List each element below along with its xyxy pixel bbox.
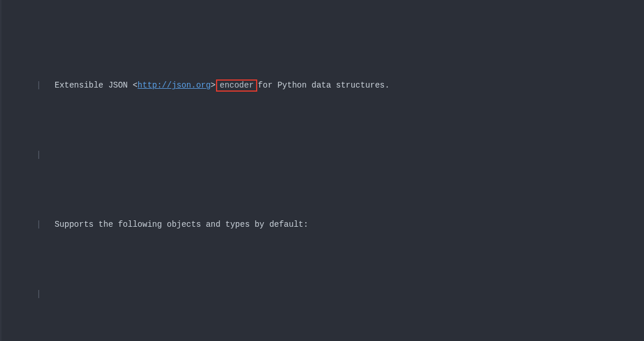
blank-line: | bbox=[31, 285, 644, 303]
blank-line: | bbox=[31, 146, 644, 164]
intro-gt: > bbox=[211, 81, 215, 90]
docstring-bar: | bbox=[31, 216, 55, 233]
docstring-block: | Extensible JSON <http://json.org>encod… bbox=[0, 0, 644, 341]
supports-text: Supports the following objects and types… bbox=[55, 220, 308, 229]
docstring-bar: | bbox=[31, 146, 55, 164]
intro-line: | Extensible JSON <http://json.org>encod… bbox=[31, 77, 644, 94]
json-org-link[interactable]: http://json.org bbox=[138, 81, 211, 90]
docstring-bar: | bbox=[31, 285, 55, 303]
supports-line: | Supports the following objects and typ… bbox=[31, 216, 644, 233]
highlighted-word: encoder bbox=[216, 79, 257, 92]
intro-prefix: Extensible JSON < bbox=[55, 81, 138, 90]
docstring-bar: | bbox=[31, 77, 55, 94]
intro-suffix: for Python data structures. bbox=[258, 81, 390, 90]
gutter-line bbox=[0, 0, 1, 341]
